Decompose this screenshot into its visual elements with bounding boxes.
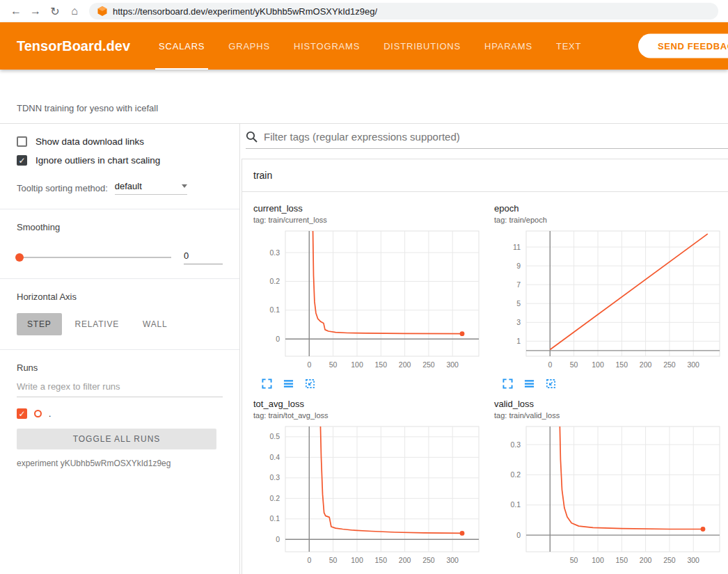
run-row[interactable]: . [17,408,223,419]
svg-text:0: 0 [307,556,311,564]
svg-text:3: 3 [516,318,521,326]
run-checkbox[interactable] [17,408,27,419]
horizontal-axis-buttons: STEPRELATIVEWALL [17,313,223,335]
svg-text:9: 9 [516,262,521,270]
svg-text:200: 200 [640,360,652,369]
show-download-links-checkbox[interactable] [17,136,27,147]
chart-card-current_loss: current_losstag: train/current_loss05010… [245,198,486,393]
svg-text:150: 150 [616,360,628,369]
svg-text:1: 1 [516,337,521,345]
svg-text:0.1: 0.1 [269,514,280,523]
chart-tag: tag: train/epoch [494,216,727,224]
screen: ← → ↻ ⌂ https://tensorboard.dev/experime… [0,0,728,574]
tab-hparams[interactable]: HPARAMS [473,22,544,70]
runs-label: Runs [17,362,223,373]
tag-filter-placeholder: Filter tags (regular expressions support… [264,131,460,143]
svg-text:100: 100 [351,556,363,564]
tooltip-sorting-value: default [115,181,142,191]
svg-text:300: 300 [446,360,459,369]
tab-scalars[interactable]: SCALARS [147,22,216,70]
smoothing-section: Smoothing 0 [0,209,239,278]
browser-forward-button[interactable]: → [26,2,45,20]
svg-text:0.3: 0.3 [269,248,280,257]
smoothing-label: Smoothing [17,222,223,232]
svg-text:150: 150 [375,556,388,564]
horizontal-axis-label: Horizontal Axis [17,292,223,302]
chart-card-valid_loss: valid_losstag: train/valid_loss501001502… [486,393,727,574]
svg-text:200: 200 [640,556,652,564]
tag-filter[interactable]: Filter tags (regular expressions support… [246,131,728,149]
axis-button-wall[interactable]: WALL [132,313,177,335]
charts-grid: current_losstag: train/current_loss05010… [242,192,728,574]
fit-domain-icon[interactable] [305,378,315,389]
run-color-swatch [34,410,42,417]
runs-filter-input[interactable] [17,376,223,397]
main-content: Filter tags (regular expressions support… [240,124,728,574]
svg-text:50: 50 [329,360,338,369]
ignore-outliers-label: Ignore outliers in chart scaling [35,155,160,166]
send-feedback-button[interactable]: SEND FEEDBACK [638,34,728,58]
chart-tag: tag: train/valid_loss [494,411,727,420]
view-data-icon[interactable] [283,378,294,389]
axis-button-step[interactable]: STEP [17,313,62,335]
svg-text:0.4: 0.4 [269,453,280,461]
view-data-icon[interactable] [524,378,535,389]
svg-text:50: 50 [329,556,338,564]
browser-back-button[interactable]: ← [7,2,25,20]
url-text: https://tensorboard.dev/experiment/yKUbh… [113,6,377,17]
scalar-chart-plot[interactable]: 5010015020025030000.10.20.3 [494,424,724,568]
svg-text:150: 150 [616,556,628,564]
ignore-outliers-row[interactable]: Ignore outliers in chart scaling [17,155,223,166]
toggle-all-runs-button[interactable]: TOGGLE ALL RUNS [17,429,216,449]
fit-domain-icon[interactable] [546,378,556,389]
scalar-chart-plot[interactable]: 0501001502002503001357911 [494,228,724,373]
tab-histograms[interactable]: HISTOGRAMS [282,22,372,70]
expand-chart-icon[interactable] [503,378,513,389]
ignore-outliers-checkbox[interactable] [17,155,27,166]
chart-tag: tag: train/tot_avg_loss [253,411,486,420]
svg-text:5: 5 [516,299,521,308]
svg-text:300: 300 [446,556,459,564]
sidebar: Show data download links Ignore outliers… [0,124,240,574]
show-download-links-row[interactable]: Show data download links [17,136,223,147]
svg-text:0.5: 0.5 [269,432,280,440]
content: Show data download links Ignore outliers… [0,124,728,574]
train-group-card: train current_losstag: train/current_los… [242,159,728,574]
address-bar[interactable]: https://tensorboard.dev/experiment/yKUbh… [89,3,718,19]
chart-toolbar [503,378,727,389]
smoothing-value-input[interactable]: 0 [184,250,223,264]
svg-text:100: 100 [351,360,363,369]
app-header: TensorBoard.dev SCALARSGRAPHSHISTOGRAMSD… [0,22,728,70]
tab-graphs[interactable]: GRAPHS [216,22,282,70]
svg-text:0: 0 [516,531,521,539]
chart-card-tot_avg_loss: tot_avg_losstag: train/tot_avg_loss05010… [245,393,486,574]
tab-distributions[interactable]: DISTRIBUTIONS [372,22,473,70]
smoothing-slider[interactable] [17,257,171,258]
scalar-chart-plot[interactable]: 05010015020025030000.10.20.3 [253,228,483,373]
svg-text:100: 100 [592,556,604,564]
svg-text:300: 300 [687,360,699,369]
browser-home-button[interactable]: ⌂ [65,2,84,20]
svg-text:0.2: 0.2 [269,494,280,502]
svg-text:200: 200 [399,360,411,369]
axis-button-relative[interactable]: RELATIVE [65,313,130,335]
svg-text:0.2: 0.2 [269,277,280,285]
chevron-down-icon [182,184,187,188]
train-group-header[interactable]: train [242,159,728,192]
tab-text[interactable]: TEXT [544,22,593,70]
browser-refresh-button[interactable]: ↻ [46,2,64,20]
svg-text:250: 250 [663,360,676,369]
svg-text:50: 50 [570,360,578,369]
svg-text:7: 7 [516,280,521,289]
chart-title: tot_avg_loss [253,399,486,409]
scalar-chart-plot[interactable]: 05010015020025030000.10.20.30.40.5 [253,424,483,568]
svg-text:250: 250 [422,556,435,564]
tooltip-sorting-select[interactable]: default [115,181,187,195]
svg-text:0: 0 [307,360,311,369]
tooltip-sorting-row: Tooltip sorting method: default [17,181,223,195]
expand-chart-icon[interactable] [262,378,272,389]
svg-text:0.2: 0.2 [510,470,521,479]
svg-text:50: 50 [570,556,578,564]
svg-text:0: 0 [548,360,552,369]
smoothing-slider-thumb[interactable] [15,253,24,262]
